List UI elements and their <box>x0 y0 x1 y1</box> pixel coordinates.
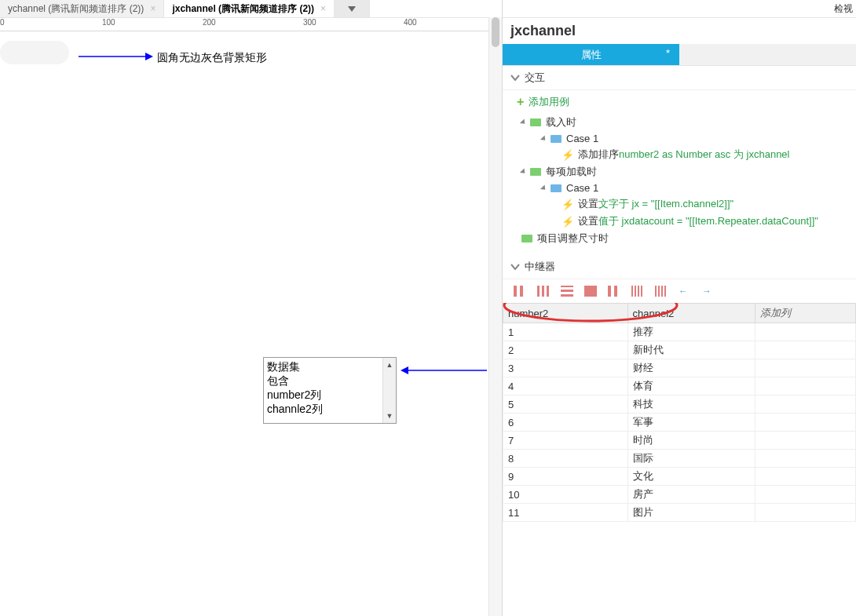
cell-empty[interactable] <box>755 468 855 486</box>
col-header-number2[interactable]: number2 <box>503 304 628 323</box>
chevron-down-icon <box>510 73 520 82</box>
cell-channel[interactable]: 房产 <box>627 486 755 504</box>
action-detail: 值于 jxdatacount = "[[Item.Repeater.dataCo… <box>598 214 818 228</box>
tab-active[interactable]: jxchannel (腾讯新闻频道排序 (2)) × <box>164 0 335 17</box>
cell-number[interactable]: 2 <box>503 341 628 359</box>
horizontal-ruler: 0 100 200 300 400 50 <box>0 18 502 31</box>
cell-empty[interactable] <box>755 359 855 377</box>
table-row[interactable]: 6军事 <box>503 414 856 432</box>
section-repeater-label: 中继器 <box>525 260 555 274</box>
action-setvalue[interactable]: ⚡设置 值于 jxdatacount = "[[Item.Repeater.da… <box>510 213 848 230</box>
cell-channel[interactable]: 体育 <box>627 377 755 395</box>
cell-empty[interactable] <box>755 504 855 522</box>
cell-channel[interactable]: 新时代 <box>627 341 755 359</box>
toolbar-icon[interactable] <box>655 286 668 297</box>
table-row[interactable]: 4体育 <box>503 377 856 395</box>
cell-channel[interactable]: 科技 <box>627 395 755 414</box>
table-row[interactable]: 1推荐 <box>503 323 856 341</box>
listbox-scrollbar[interactable]: ▲▼ <box>382 358 396 423</box>
cell-empty[interactable] <box>755 341 855 359</box>
bolt-icon: ⚡ <box>562 149 573 160</box>
cell-channel[interactable]: 财经 <box>627 359 755 377</box>
cell-number[interactable]: 8 <box>503 450 628 468</box>
cell-channel[interactable]: 时尚 <box>627 432 755 450</box>
toolbar-icon[interactable] <box>537 286 550 297</box>
cell-empty[interactable] <box>755 414 855 432</box>
case-node[interactable]: Case 1 <box>510 180 848 195</box>
tab-properties[interactable]: 属性 * <box>503 44 679 66</box>
toolbar-icon[interactable] <box>631 286 644 297</box>
action-sort[interactable]: ⚡添加排序 number2 as Number asc 为 jxchannel <box>510 146 848 163</box>
cell-channel[interactable]: 文化 <box>627 468 755 486</box>
table-row[interactable]: 7时尚 <box>503 432 856 450</box>
event-onload[interactable]: 载入时 <box>510 114 848 131</box>
toolbar-icon[interactable] <box>514 286 526 297</box>
action-settext[interactable]: ⚡设置 文字于 jx = "[[Item.channel2]]" <box>510 195 848 213</box>
toolbar-icon[interactable] <box>608 286 620 297</box>
inspect-link[interactable]: 检视 <box>834 2 853 16</box>
tab-overflow-button[interactable] <box>335 0 370 17</box>
table-row[interactable]: 11图片 <box>503 504 856 522</box>
bolt-icon: ⚡ <box>562 199 573 210</box>
add-case-button[interactable]: + 添加用例 <box>503 90 856 114</box>
canvas-pane: ychannel (腾讯新闻频道排序 (2)) × jxchannel (腾讯新… <box>0 0 503 616</box>
repeater-toolbar: ← → <box>503 279 856 303</box>
cell-empty[interactable] <box>755 450 855 468</box>
cell-channel[interactable]: 军事 <box>627 414 755 432</box>
action-detail: number2 as Number asc 为 jxchannel <box>619 148 790 162</box>
event-icon <box>530 117 541 128</box>
cell-empty[interactable] <box>755 323 855 341</box>
cell-number[interactable]: 9 <box>503 468 628 486</box>
section-repeater[interactable]: 中继器 <box>503 255 856 279</box>
cell-number[interactable]: 4 <box>503 377 628 395</box>
section-interactions[interactable]: 交互 <box>503 66 856 90</box>
table-row[interactable]: 3财经 <box>503 359 856 377</box>
scrollbar-thumb[interactable] <box>492 17 499 47</box>
chevron-down-icon <box>510 262 520 272</box>
arrow-right-icon[interactable]: → <box>702 286 715 297</box>
table-row[interactable]: 5科技 <box>503 395 856 414</box>
app-root: ychannel (腾讯新闻频道排序 (2)) × jxchannel (腾讯新… <box>0 0 856 616</box>
col-header-channel2[interactable]: channel2 <box>627 304 755 323</box>
col-header-add[interactable]: 添加列 <box>755 304 855 323</box>
ruler-tick: 200 <box>203 18 216 27</box>
cell-number[interactable]: 10 <box>503 486 628 504</box>
tab-other[interactable] <box>679 44 856 66</box>
event-onitemload[interactable]: 每项加载时 <box>510 163 848 180</box>
close-icon[interactable]: × <box>150 3 155 14</box>
cell-channel[interactable]: 国际 <box>627 450 755 468</box>
tab-properties-label: 属性 <box>581 48 602 62</box>
repeater-data-table[interactable]: number2 channel2 添加列 1推荐2新时代3财经4体育5科技6军事… <box>503 303 856 522</box>
table-row[interactable]: 9文化 <box>503 468 856 486</box>
event-onresize[interactable]: 项目调整尺寸时 <box>510 230 848 247</box>
cell-number[interactable]: 7 <box>503 432 628 450</box>
cell-number[interactable]: 3 <box>503 359 628 377</box>
listbox-line: 包含 <box>267 374 382 388</box>
cell-channel[interactable]: 图片 <box>627 504 755 522</box>
design-canvas[interactable]: 圆角无边灰色背景矩形 数据集 包含 number2列 channle2列 ▲▼ <box>0 31 502 616</box>
arrow-left-icon[interactable]: ← <box>679 286 691 297</box>
toolbar-icon[interactable] <box>561 286 573 297</box>
cell-number[interactable]: 11 <box>503 504 628 522</box>
cell-number[interactable]: 5 <box>503 395 628 414</box>
toolbar-icon[interactable] <box>584 286 597 297</box>
cell-number[interactable]: 1 <box>503 323 628 341</box>
inspector-pane: 检视 jxchannel 属性 * 交互 + 添加用例 载入时 Case 1 ⚡… <box>503 0 856 616</box>
cell-empty[interactable] <box>755 486 855 504</box>
cell-channel[interactable]: 推荐 <box>627 323 755 341</box>
listbox-widget[interactable]: 数据集 包含 number2列 channle2列 ▲▼ <box>263 357 397 424</box>
cell-empty[interactable] <box>755 377 855 395</box>
tab-inactive-label: ychannel (腾讯新闻频道排序 (2)) <box>8 2 144 16</box>
cell-number[interactable]: 6 <box>503 414 628 432</box>
vertical-scrollbar[interactable] <box>488 17 502 616</box>
rounded-rectangle-widget[interactable] <box>0 41 69 64</box>
cell-empty[interactable] <box>755 395 855 414</box>
close-icon[interactable]: × <box>320 3 326 14</box>
table-row[interactable]: 10房产 <box>503 486 856 504</box>
ruler-tick: 100 <box>102 18 115 27</box>
table-row[interactable]: 8国际 <box>503 450 856 468</box>
case-node[interactable]: Case 1 <box>510 131 848 146</box>
table-row[interactable]: 2新时代 <box>503 341 856 359</box>
tab-inactive[interactable]: ychannel (腾讯新闻频道排序 (2)) × <box>0 0 164 17</box>
cell-empty[interactable] <box>755 432 855 450</box>
